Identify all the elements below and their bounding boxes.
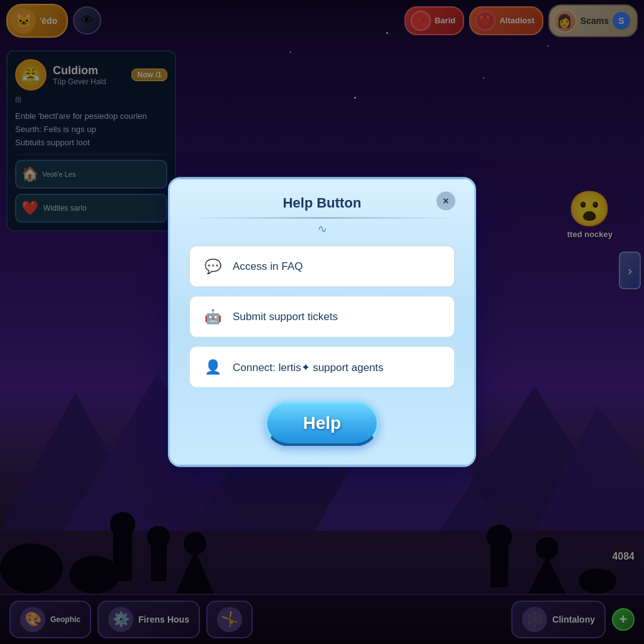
- faq-icon: 💬: [201, 255, 224, 278]
- modal-title: Help Button: [283, 195, 362, 211]
- help-option-faq[interactable]: 💬 Access in FAQ: [189, 245, 455, 288]
- agents-label: Connect: lertis✦ support agents: [233, 360, 384, 374]
- modal-close-button[interactable]: ×: [436, 192, 455, 211]
- modal-wave: ∿: [189, 222, 455, 236]
- help-button-label: Help: [303, 413, 341, 433]
- modal-header: Help Button ×: [189, 195, 455, 211]
- help-option-agents[interactable]: 👤 Connect: lertis✦ support agents: [189, 346, 455, 389]
- modal-divider: [189, 218, 455, 219]
- tickets-icon: 🤖: [201, 306, 224, 328]
- close-icon: ×: [443, 196, 448, 207]
- agents-icon: 👤: [201, 356, 224, 379]
- help-option-tickets[interactable]: 🤖 Submit support tickets: [189, 296, 455, 338]
- help-main-button[interactable]: Help: [265, 401, 379, 447]
- tickets-label: Submit support tickets: [233, 311, 338, 323]
- help-modal: Help Button × ∿ 💬 Access in FAQ 🤖 Submit…: [168, 177, 476, 467]
- faq-label: Access in FAQ: [233, 260, 303, 273]
